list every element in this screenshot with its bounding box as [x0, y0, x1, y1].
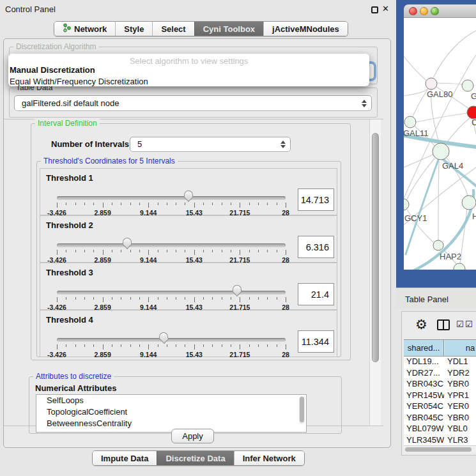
tick-mark: [212, 297, 213, 300]
threshold-value-field[interactable]: 11.344: [298, 330, 334, 353]
checkbox-icon[interactable]: ☑: [456, 319, 464, 329]
combo-arrows-icon: [362, 99, 367, 108]
table-data-combobox[interactable]: galFiltered.sif default node: [14, 95, 372, 111]
network-node[interactable]: [454, 263, 465, 270]
tick-mark: [286, 250, 286, 255]
tab-impute-data[interactable]: Impute Data: [93, 451, 157, 465]
network-node-ga[interactable]: [462, 80, 473, 91]
tab-network[interactable]: Network: [54, 22, 115, 36]
table-row[interactable]: YLR345WYLR3: [404, 435, 476, 446]
network-edge: [433, 31, 476, 78]
slider-thumb[interactable]: [184, 190, 194, 203]
tick-mark: [176, 297, 176, 300]
list-scrollbar[interactable]: [299, 396, 305, 424]
combo-arrows-icon: [280, 140, 286, 149]
tick-mark: [267, 203, 268, 205]
node-label: GAL11: [404, 128, 429, 138]
column-header-name[interactable]: na: [445, 340, 476, 357]
table-row[interactable]: YPR145WYPR1: [404, 390, 476, 402]
tab-label: jActiveMNodules: [272, 24, 339, 34]
tick-mark: [93, 250, 94, 252]
apply-button[interactable]: Apply: [171, 429, 214, 443]
tick-mark: [93, 344, 94, 347]
float-window-icon[interactable]: [371, 6, 378, 13]
close-icon[interactable]: ✕: [382, 4, 389, 13]
tick-mark: [249, 203, 250, 205]
tick-mark: [167, 250, 167, 252]
network-canvas[interactable]: GAL80GACGAL11GAL4GCY1HHAP2: [404, 18, 476, 270]
column-header-shared-name[interactable]: shared...: [404, 340, 444, 357]
network-window-titlebar[interactable]: [404, 4, 476, 18]
network-node-gcy1[interactable]: [404, 199, 409, 210]
threshold-value-field[interactable]: 14.713: [298, 188, 334, 211]
tick-mark: [185, 344, 185, 347]
slider-track[interactable]: [57, 338, 286, 342]
attribute-items: SelfLoopsTopologicalCoefficientBetweenne…: [36, 395, 306, 429]
node-label: HAP2: [440, 252, 461, 261]
tab-cyni-toolbox[interactable]: Cyni Toolbox: [194, 22, 263, 36]
zoom-traffic-light-icon[interactable]: [431, 7, 439, 15]
attribute-item-selfloops[interactable]: SelfLoops: [36, 395, 306, 406]
horizontal-scrollbar[interactable]: [404, 445, 476, 452]
tab-select[interactable]: Select: [152, 22, 194, 36]
slider-track[interactable]: [57, 196, 286, 200]
group-title: Attributes to discretize: [33, 372, 114, 381]
popup-item-equal-width-frequency-discretization[interactable]: Equal Width/Frequency Discretization: [8, 76, 369, 88]
slider-track[interactable]: [57, 243, 286, 247]
cell-shared-name: YLR345W: [404, 435, 444, 446]
cell-name: YBR0: [444, 379, 476, 390]
network-node-h[interactable]: [462, 196, 476, 210]
tick-mark: [121, 250, 121, 252]
table-row[interactable]: YDR27...YDR2: [404, 368, 476, 380]
table-row[interactable]: YBR045CYBR0: [404, 413, 476, 424]
attributes-listbox[interactable]: SelfLoopsTopologicalCoefficientBetweenne…: [36, 394, 307, 433]
network-node-gal4[interactable]: [433, 143, 449, 160]
table-row[interactable]: YER054CYER0: [404, 401, 476, 413]
table-row[interactable]: YBL079WYBL0: [404, 424, 476, 435]
tick-mark: [231, 297, 231, 300]
tick-mark: [185, 297, 185, 300]
tick-mark: [75, 297, 76, 300]
tab-style[interactable]: Style: [115, 22, 152, 36]
node-label: C: [472, 118, 476, 127]
network-node-gal80[interactable]: [426, 78, 437, 89]
slider-ticks: [57, 203, 286, 208]
table-row[interactable]: YBR043CYBR0: [404, 379, 476, 390]
tab-jactivemnodules[interactable]: jActiveMNodules: [263, 22, 348, 36]
num-intervals-combobox[interactable]: 5: [130, 137, 291, 152]
tick-mark: [194, 203, 195, 208]
threshold-value-field[interactable]: 6.316: [298, 236, 334, 258]
slider-thumb[interactable]: [123, 238, 133, 250]
slider-thumb[interactable]: [233, 285, 243, 297]
vertical-scrollbar[interactable]: [369, 119, 381, 426]
scrollbar-thumb[interactable]: [372, 133, 379, 362]
tab-label: Cyni Toolbox: [203, 24, 255, 34]
minimize-traffic-light-icon[interactable]: [420, 7, 428, 15]
tab-infer-network[interactable]: Infer Network: [234, 451, 304, 465]
tick-mark: [139, 250, 140, 252]
tab-discretize-data[interactable]: Discretize Data: [157, 451, 233, 465]
split-view-icon[interactable]: [437, 319, 450, 330]
scrollbar-thumb[interactable]: [300, 397, 304, 422]
gear-icon[interactable]: ⚙: [415, 317, 427, 332]
attribute-item-betweennesscentrality[interactable]: BetweennessCentrality: [36, 418, 306, 429]
tick-mark: [66, 203, 66, 205]
threshold-value-field[interactable]: 21.4: [298, 283, 334, 305]
attribute-item-topologicalcoefficient[interactable]: TopologicalCoefficient: [36, 406, 306, 418]
popup-item-manual-discretization[interactable]: Manual Discretization: [8, 65, 369, 76]
tick-mark: [130, 344, 131, 347]
checkbox-icon[interactable]: ☑: [465, 319, 473, 329]
network-node-gal11[interactable]: [404, 116, 416, 128]
slider-thumb[interactable]: [159, 332, 169, 344]
table-row[interactable]: YDL19...YDL1: [404, 357, 476, 368]
threshold-label: Threshold 3: [46, 268, 93, 277]
tick-mark: [267, 250, 268, 252]
tick-mark: [112, 297, 112, 300]
network-node-hap2[interactable]: [433, 240, 443, 250]
tick-mark: [139, 203, 140, 205]
slider-track[interactable]: [57, 291, 286, 295]
top-tab-bar: NetworkStyleSelectCyni ToolboxjActiveMNo…: [54, 21, 348, 36]
scrollbar-thumb[interactable]: [405, 447, 472, 452]
close-traffic-light-icon[interactable]: [409, 7, 417, 15]
cell-shared-name: YDL19...: [404, 357, 444, 368]
